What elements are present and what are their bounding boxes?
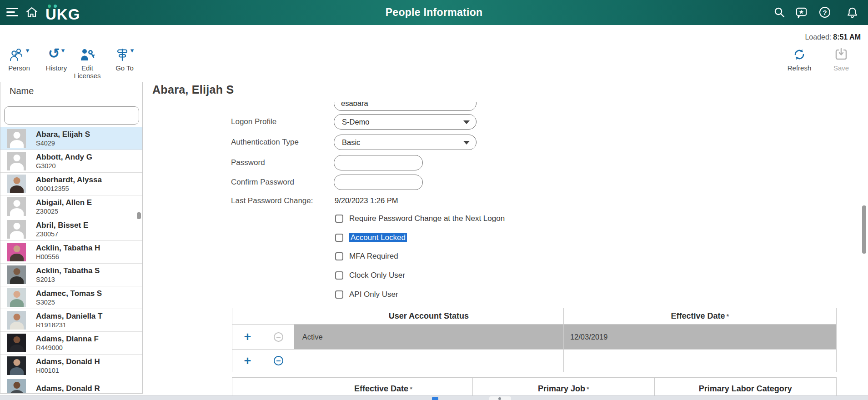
effective-date-cell-empty[interactable] [564,350,836,372]
person-list-item[interactable]: Adams, Daniella T R1918231 [0,309,142,332]
password-label: Password [231,158,265,167]
person-list-item[interactable]: Adams, Dianna F R449000 [0,332,142,355]
notifications-bell-icon[interactable] [846,6,858,19]
table-header-row: User Account Status Effective Date* [232,308,836,325]
person-icon [9,47,25,63]
require-password-change-label[interactable]: Require Password Change at the Next Logo… [349,214,505,223]
go-to-label: Go To [110,64,139,72]
person-name: Acklin, Tabatha H [36,244,100,253]
person-list-item[interactable]: Acklin, Tabatha S S2013 [0,264,142,286]
logon-profile-select[interactable]: S-Demo [334,114,477,130]
history-icon: ↺ [48,47,60,60]
avatar-photo [7,311,26,330]
avatar-placeholder [7,129,26,148]
mfa-required-checkbox[interactable] [335,252,343,260]
confirm-password-input[interactable] [334,175,423,190]
edit-licenses-label-line2: Licenses [74,72,100,80]
save-icon [834,47,848,63]
menu-icon[interactable] [6,7,19,17]
person-name: Adams, Daniella T [36,312,102,321]
avatar-placeholder [7,152,26,170]
go-to-menu-button[interactable]: ▾ Go To [110,47,139,72]
refresh-button[interactable]: Refresh [785,47,814,72]
person-name: Adams, Donald R [36,384,100,393]
remove-column-header [263,308,294,325]
api-only-user-label[interactable]: API Only User [349,290,398,299]
main-scrollbar-thumb[interactable] [862,205,866,254]
add-row-button[interactable]: + [244,355,251,366]
password-input[interactable] [334,155,423,170]
account-locked-label[interactable]: Account Locked [349,233,407,242]
sidebar-scrollbar-thumb[interactable] [137,212,141,219]
authentication-type-value: Basic [342,138,360,147]
home-icon[interactable] [25,5,39,21]
person-list-item[interactable]: Abril, Bisset E Z30057 [0,218,142,241]
ukg-logo-dots [48,5,58,8]
account-locked-highlighted-text[interactable]: Account Locked [349,233,407,242]
person-id: 000012355 [36,185,102,193]
history-label: History [42,64,71,72]
person-list-item[interactable]: Abigail, Allen E Z30025 [0,195,142,218]
remove-row-button[interactable] [274,356,283,365]
user-account-status-cell-empty[interactable] [294,350,564,372]
clock-only-user-checkbox[interactable] [335,271,343,280]
person-list-item[interactable]: Adamec, Tomas S S3025 [0,286,142,309]
clock-only-user-label[interactable]: Clock Only User [349,271,405,280]
person-name: Abara, Elijah S [36,130,90,139]
last-password-change-label: Last Password Change: [231,196,313,205]
mfa-required-label[interactable]: MFA Required [349,252,398,261]
sidebar-header: Name [10,86,34,96]
person-name: Adamec, Tomas S [36,289,102,298]
caret-down-icon: ▾ [26,48,30,53]
required-marker: * [587,385,589,393]
go-to-signpost-icon [115,47,129,63]
person-list-item[interactable]: Adams, Donald R [0,377,142,393]
avatar-placeholder [7,220,26,239]
person-list-item[interactable]: Acklin, Tabatha H H00556 [0,241,142,264]
feedback-icon[interactable] [795,6,808,19]
username-input[interactable] [334,102,477,111]
search-icon[interactable] [773,6,786,19]
effective-date-column-header: Effective Date* [564,308,836,325]
person-list-item[interactable]: Abbott, Andy G G3020 [0,150,142,173]
edit-licenses-label-line1: Edit [81,64,93,72]
remove-row-button-disabled[interactable] [274,332,283,342]
person-id: H00556 [36,253,100,261]
effective-date-cell[interactable]: 12/03/2019 [564,325,836,350]
api-only-user-checkbox[interactable] [335,290,343,299]
taskbar-app-icon[interactable] [432,397,438,400]
account-locked-checkbox[interactable] [335,234,343,242]
history-menu-button[interactable]: ↺ ▾ History [42,47,71,72]
person-id: S3025 [36,298,102,306]
edit-licenses-button[interactable]: Edit Licenses [73,47,102,80]
person-name: Adams, Dianna F [36,335,99,344]
name-search-input[interactable] [4,106,139,125]
person-name: Abigail, Allen E [36,198,92,207]
person-id: R449000 [36,344,99,352]
person-menu-button[interactable]: ▾ Person [5,47,34,72]
logon-profile-label: Logon Profile [231,117,276,126]
people-list: Abara, Elijah S S4029 Abbott, Andy G G30… [0,127,142,393]
people-sidebar: Name Abara, Elijah S S4029 Abbott, Andy … [0,82,143,394]
ukg-logo: UKG [45,3,80,23]
add-row-button[interactable]: + [244,331,251,342]
person-list-item[interactable]: Adams, Donald H H00101 [0,355,142,377]
save-button[interactable]: Save [827,47,856,72]
logon-profile-value: S-Demo [342,118,370,126]
loaded-label: Loaded: [805,33,831,41]
table-row-empty: + [232,350,836,372]
help-icon[interactable]: ? [818,6,831,19]
taskbar-app-icon[interactable] [489,396,511,400]
refresh-icon [792,47,807,63]
person-list-item[interactable]: Abara, Elijah S S4029 [0,127,142,150]
require-password-change-checkbox[interactable] [335,215,343,223]
help-question-glyph: ? [823,9,827,16]
authentication-type-select[interactable]: Basic [334,135,477,150]
authentication-type-label: Authentication Type [231,138,299,147]
chevron-down-icon [463,141,470,145]
person-label: Person [5,64,34,72]
user-account-status-cell[interactable]: Active [294,325,564,350]
person-list-item[interactable]: Aberhardt, Alyssa 000012355 [0,173,142,195]
last-password-change-value: 9/20/2023 1:26 PM [335,196,398,205]
person-id: Z30057 [36,230,88,238]
